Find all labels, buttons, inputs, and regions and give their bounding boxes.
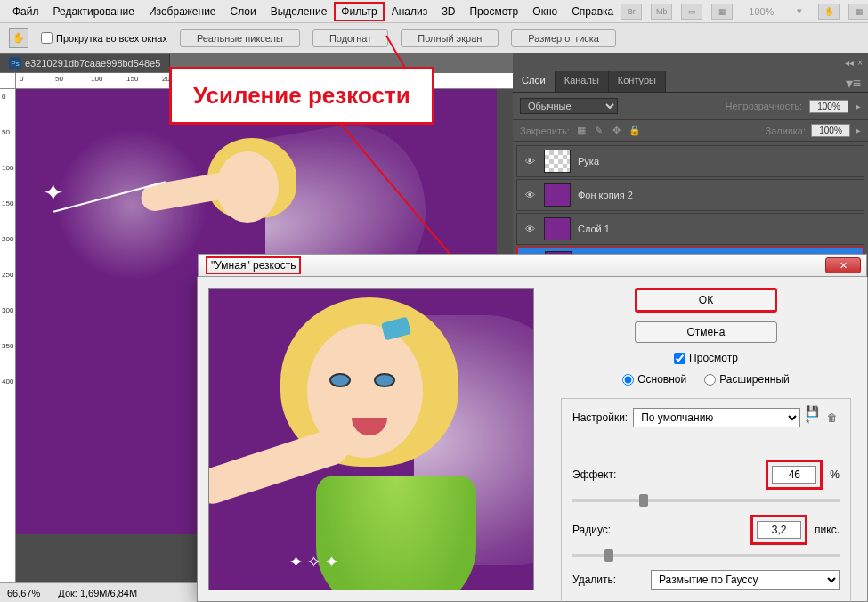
close-panel-icon[interactable]: × bbox=[857, 58, 863, 68]
actual-pixels-button[interactable]: Реальные пикселы bbox=[180, 29, 300, 47]
close-button[interactable]: ✕ bbox=[825, 257, 861, 273]
menu-layers[interactable]: Слои bbox=[223, 2, 264, 21]
layer-thumbnail[interactable] bbox=[544, 183, 571, 207]
radius-label: Радиус: bbox=[572, 524, 644, 536]
cancel-button[interactable]: Отмена bbox=[635, 321, 777, 343]
effect-input[interactable] bbox=[772, 466, 816, 484]
status-docsize: Док: 1,69M/6,84M bbox=[58, 588, 137, 598]
menu-select[interactable]: Выделение bbox=[264, 2, 335, 21]
settings-label: Настройки: bbox=[572, 411, 628, 424]
grid-icon[interactable]: ▦ bbox=[848, 4, 868, 20]
ok-button[interactable]: ОК bbox=[635, 288, 777, 313]
menu-filter[interactable]: Фильтр bbox=[334, 2, 384, 21]
print-size-button[interactable]: Размер оттиска bbox=[511, 29, 616, 47]
dialog-titlebar[interactable]: "Умная" резкость ✕ bbox=[198, 254, 867, 277]
collapse-icon[interactable]: ◂◂ bbox=[845, 58, 854, 68]
smart-sharpen-dialog: "Умная" резкость ✕ ✦ ✧ ✦ ОК Отмена Просм… bbox=[197, 277, 868, 602]
preview-checkbox-input[interactable] bbox=[674, 353, 685, 364]
preview-image[interactable]: ✦ ✧ ✦ bbox=[208, 288, 534, 590]
panel-menu-icon[interactable]: ▾≡ bbox=[839, 71, 868, 92]
lock-transparency-icon[interactable]: ▦ bbox=[575, 125, 588, 137]
lock-label: Закрепить: bbox=[520, 126, 570, 136]
panel-top-icons: ◂◂ × bbox=[513, 53, 868, 71]
visibility-icon[interactable]: 👁 bbox=[523, 190, 537, 200]
dialog-title: "Умная" резкость bbox=[206, 256, 301, 274]
tab-layers[interactable]: Слои bbox=[513, 71, 556, 92]
dialog-controls: ОК Отмена Просмотр Основной Расширенный … bbox=[545, 277, 867, 601]
layer-row[interactable]: 👁 Рука bbox=[516, 145, 864, 177]
radius-unit: пикс. bbox=[815, 524, 840, 536]
status-zoom[interactable]: 66,67% bbox=[7, 588, 40, 598]
menu-view[interactable]: Просмотр bbox=[462, 2, 525, 21]
lock-position-icon[interactable]: ✥ bbox=[611, 125, 623, 137]
fill-chevron-icon[interactable]: ▸ bbox=[856, 125, 861, 136]
mode-basic-radio[interactable]: Основной bbox=[622, 373, 686, 386]
remove-label: Удалить: bbox=[572, 574, 644, 586]
delete-preset-icon[interactable]: 🗑 bbox=[825, 411, 840, 425]
effect-slider[interactable] bbox=[572, 499, 840, 502]
menu-window[interactable]: Окно bbox=[525, 2, 564, 21]
arrange-icon[interactable]: ▦ bbox=[711, 4, 733, 20]
document-tab[interactable]: Ps e3210291db7caae998bd548e5 bbox=[0, 54, 170, 72]
fit-screen-button[interactable]: Подогнат bbox=[312, 29, 388, 47]
layer-name: Фон копия 2 bbox=[578, 190, 633, 200]
visibility-icon[interactable]: 👁 bbox=[523, 156, 537, 167]
opacity-label: Непрозрачность: bbox=[726, 101, 802, 111]
radius-input[interactable] bbox=[757, 521, 801, 539]
blend-mode-select[interactable]: Обычные bbox=[520, 98, 618, 114]
layer-name: Рука bbox=[578, 156, 599, 167]
effect-unit: % bbox=[830, 468, 840, 481]
lock-all-icon[interactable]: 🔒 bbox=[629, 125, 641, 137]
main-menubar: Файл Редактирование Изображение Слои Выд… bbox=[0, 0, 868, 23]
mode-advanced-radio[interactable]: Расширенный bbox=[704, 373, 790, 386]
scroll-all-input[interactable] bbox=[41, 32, 53, 44]
layer-name: Слой 1 bbox=[578, 224, 610, 234]
screen-mode-icon[interactable]: ▭ bbox=[681, 4, 702, 20]
mb-icon[interactable]: Mb bbox=[651, 4, 672, 20]
fill-value[interactable]: 100% bbox=[811, 124, 850, 137]
scroll-all-windows-checkbox[interactable]: Прокрутка во всех окнах bbox=[41, 32, 167, 44]
menu-image[interactable]: Изображение bbox=[142, 2, 223, 21]
preview-checkbox[interactable]: Просмотр bbox=[561, 352, 851, 364]
panel-tabs: Слои Каналы Контуры ▾≡ bbox=[513, 71, 868, 93]
options-bar: ✋ Прокрутка во всех окнах Реальные пиксе… bbox=[0, 23, 868, 53]
menu-file[interactable]: Файл bbox=[5, 2, 46, 21]
fill-label: Заливка: bbox=[766, 126, 806, 136]
full-screen-button[interactable]: Полный экран bbox=[401, 29, 499, 47]
dialog-preview: ✦ ✧ ✦ bbox=[198, 277, 545, 601]
zoom-level[interactable]: 100% bbox=[742, 3, 781, 20]
tab-paths[interactable]: Контуры bbox=[609, 71, 666, 92]
tab-channels[interactable]: Каналы bbox=[556, 71, 609, 92]
scroll-all-label: Прокрутка во всех окнах bbox=[56, 33, 167, 44]
ruler-vertical[interactable]: 0 50 100 150 200 250 300 350 400 bbox=[0, 89, 16, 582]
ps-icon: Ps bbox=[9, 57, 21, 69]
opacity-chevron-icon[interactable]: ▸ bbox=[856, 101, 861, 112]
effect-label: Эффект: bbox=[572, 468, 644, 481]
ruler-corner bbox=[0, 73, 16, 89]
hand-tool-icon[interactable]: ✋ bbox=[9, 28, 28, 48]
chevron-down-icon[interactable]: ▾ bbox=[790, 2, 809, 20]
menu-analysis[interactable]: Анализ bbox=[385, 2, 435, 21]
lock-pixels-icon[interactable]: ✎ bbox=[593, 125, 605, 137]
br-icon[interactable]: Br bbox=[621, 4, 642, 20]
layer-thumbnail[interactable] bbox=[544, 150, 571, 173]
menubar-right: Br Mb ▭ ▦ 100% ▾ ✋ ▦ bbox=[621, 2, 868, 20]
menu-edit[interactable]: Редактирование bbox=[46, 2, 142, 21]
remove-select[interactable]: Размытие по Гауссу bbox=[651, 570, 840, 590]
save-preset-icon[interactable]: 💾* bbox=[806, 411, 820, 425]
annotation-label: Усиление резкости bbox=[169, 67, 434, 125]
document-tab-label: e3210291db7caae998bd548e5 bbox=[25, 58, 160, 69]
radius-slider[interactable] bbox=[572, 554, 840, 557]
menu-help[interactable]: Справка bbox=[564, 2, 621, 21]
layer-row[interactable]: 👁 Слой 1 bbox=[516, 213, 864, 245]
hand-mini-icon[interactable]: ✋ bbox=[818, 4, 840, 20]
layer-row[interactable]: 👁 Фон копия 2 bbox=[516, 179, 864, 211]
visibility-icon[interactable]: 👁 bbox=[523, 224, 537, 234]
layer-thumbnail[interactable] bbox=[544, 217, 571, 240]
settings-select[interactable]: По умолчанию bbox=[633, 408, 800, 427]
menu-3d[interactable]: 3D bbox=[434, 2, 462, 21]
opacity-value[interactable]: 100% bbox=[809, 100, 848, 113]
settings-fieldset: Настройки: По умолчанию 💾* 🗑 Эффект: % bbox=[561, 398, 851, 602]
